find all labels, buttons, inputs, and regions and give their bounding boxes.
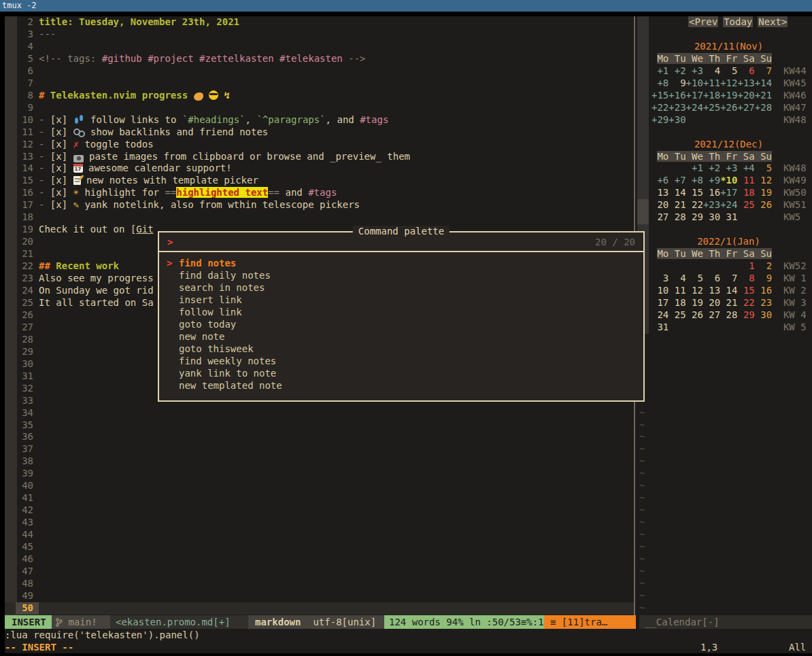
calendar-day[interactable]: +1 xyxy=(686,162,703,173)
calendar-day[interactable]: +16 xyxy=(669,90,686,101)
calendar-day[interactable]: 21 xyxy=(720,297,737,308)
editor-line[interactable]: 49 xyxy=(5,590,634,602)
calendar-day[interactable]: 25 xyxy=(737,199,754,210)
calendar-day[interactable]: 29 xyxy=(737,309,754,320)
calendar-day[interactable]: +27 xyxy=(737,102,754,113)
calendar-day[interactable]: +9 xyxy=(703,175,720,186)
calendar-day[interactable]: 31 xyxy=(720,211,737,222)
calendar-day[interactable]: +25 xyxy=(703,102,720,113)
calendar-day[interactable]: 28 xyxy=(669,211,686,222)
editor-line[interactable]: 18 xyxy=(5,211,634,224)
calendar-day[interactable]: 5 xyxy=(755,162,772,173)
palette-item[interactable]: search in notes xyxy=(159,282,643,294)
editor-line[interactable]: 15- [x] new notes with template picker xyxy=(5,175,634,187)
calendar-today-button[interactable]: Today xyxy=(723,16,753,27)
editor-line[interactable]: 34 xyxy=(5,407,634,419)
calendar-day[interactable]: 25 xyxy=(669,309,686,320)
editor-line[interactable]: 16- [x] ☀ highlight for ==highlighted te… xyxy=(5,187,634,199)
calendar-day[interactable]: +7 xyxy=(669,175,686,186)
editor-line[interactable]: 48 xyxy=(5,578,634,590)
editor-line[interactable]: 47 xyxy=(5,566,634,578)
editor-line[interactable]: 40 xyxy=(5,480,634,492)
calendar-day[interactable]: 3 xyxy=(652,273,669,283)
calendar-day[interactable]: +11 xyxy=(703,77,720,88)
palette-item[interactable]: yank link to note xyxy=(159,368,643,380)
calendar-day[interactable]: 1 xyxy=(737,260,754,271)
calendar-day[interactable]: 4 xyxy=(703,65,720,76)
editor-line[interactable]: 42 xyxy=(5,504,634,517)
calendar-day[interactable]: 5 xyxy=(720,65,737,76)
calendar-day[interactable]: 11 xyxy=(737,175,754,186)
calendar-day[interactable]: +29 xyxy=(652,114,669,125)
calendar-day[interactable]: 9 xyxy=(755,273,772,283)
calendar-day[interactable]: +2 xyxy=(669,65,686,76)
calendar-day[interactable]: 27 xyxy=(703,309,720,320)
calendar-day[interactable]: 24 xyxy=(652,309,669,320)
calendar-day[interactable]: 14 xyxy=(720,285,737,296)
editor-line[interactable]: 3--- xyxy=(5,29,634,41)
editor-line[interactable]: 8# Telekasten.nvim progress ↯ xyxy=(5,90,634,102)
calendar-day[interactable]: 26 xyxy=(686,309,703,320)
palette-item[interactable]: find daily notes xyxy=(159,270,643,282)
editor-line[interactable]: 45 xyxy=(5,541,634,553)
editor-line[interactable]: 44 xyxy=(5,529,634,541)
calendar-day[interactable]: 16 xyxy=(755,285,772,296)
calendar-day[interactable]: +3 xyxy=(686,65,703,76)
calendar-day[interactable]: +6 xyxy=(652,175,669,186)
editor-line[interactable]: 37 xyxy=(5,443,634,455)
editor-line[interactable]: 41 xyxy=(5,492,634,504)
calendar-day[interactable]: 26 xyxy=(755,199,772,210)
calendar-day[interactable]: +17 xyxy=(686,90,703,101)
editor-line[interactable]: 43 xyxy=(5,517,634,529)
calendar-day[interactable]: 2 xyxy=(755,260,772,271)
calendar-day[interactable]: +15 xyxy=(652,90,669,101)
editor-line[interactable]: 13- [x] paste images from clipboard or b… xyxy=(5,151,634,163)
calendar-day[interactable]: 21 xyxy=(669,199,686,210)
calendar-day[interactable]: 14 xyxy=(669,187,686,198)
calendar-day[interactable]: 22 xyxy=(737,297,754,308)
calendar-day[interactable]: +18 xyxy=(703,90,720,101)
editor-line[interactable]: 11- [x] show backlinks and friend notes xyxy=(5,126,634,139)
calendar-day[interactable]: 19 xyxy=(755,187,772,198)
calendar-day[interactable]: +19 xyxy=(720,90,737,101)
calendar-day[interactable]: +4 xyxy=(737,162,754,173)
calendar-day[interactable]: +3 xyxy=(720,162,737,173)
calendar-day[interactable]: 7 xyxy=(755,65,772,76)
calendar-day[interactable]: 7 xyxy=(720,273,737,283)
calendar-day[interactable]: +24 xyxy=(720,199,737,210)
editor-line[interactable]: 7 xyxy=(5,77,634,90)
editor-line[interactable]: 39 xyxy=(5,468,634,480)
calendar-day[interactable]: 8 xyxy=(737,273,754,283)
palette-item[interactable]: goto today xyxy=(159,319,643,331)
calendar-day[interactable]: 12 xyxy=(755,175,772,186)
calendar-day[interactable]: 30 xyxy=(703,211,720,222)
calendar-day[interactable]: 20 xyxy=(703,297,720,308)
calendar-day[interactable]: 5 xyxy=(686,273,703,283)
calendar-day[interactable]: 15 xyxy=(686,187,703,198)
palette-item[interactable]: >find notes xyxy=(159,258,643,270)
editor-line[interactable]: 6 xyxy=(5,65,634,77)
calendar-day[interactable]: +8 xyxy=(686,175,703,186)
calendar-day[interactable]: 27 xyxy=(652,211,669,222)
calendar-day[interactable]: +28 xyxy=(755,102,772,113)
editor-line[interactable]: 5<!-- tags: #github #project #zettelkast… xyxy=(5,53,634,65)
calendar-day[interactable]: 10 xyxy=(652,285,669,296)
calendar-day[interactable]: 30 xyxy=(755,309,772,320)
editor-line[interactable]: 35 xyxy=(5,419,634,432)
calendar-day[interactable]: 9 xyxy=(669,77,686,88)
calendar-day[interactable]: 29 xyxy=(686,211,703,222)
calendar-day[interactable]: +30 xyxy=(669,114,686,125)
calendar-day[interactable]: +17 xyxy=(720,187,737,198)
calendar-day[interactable]: 23 xyxy=(755,297,772,308)
editor-line[interactable]: 14- [x] awesome calendar support! xyxy=(5,162,634,175)
calendar-day[interactable]: +22 xyxy=(652,102,669,113)
editor-line[interactable]: 17- [x] ✎ yank notelink, also from wthin… xyxy=(5,199,634,211)
calendar-day[interactable]: 19 xyxy=(686,297,703,308)
command-line[interactable]: :lua require('telekasten').panel() xyxy=(5,629,200,641)
calendar-day[interactable]: +14 xyxy=(755,77,772,88)
calendar-day[interactable]: +13 xyxy=(737,77,754,88)
editor-line[interactable]: 50 xyxy=(5,602,634,615)
palette-item[interactable]: follow link xyxy=(159,307,643,319)
calendar-day[interactable]: 11 xyxy=(669,285,686,296)
editor-line[interactable]: 46 xyxy=(5,553,634,566)
